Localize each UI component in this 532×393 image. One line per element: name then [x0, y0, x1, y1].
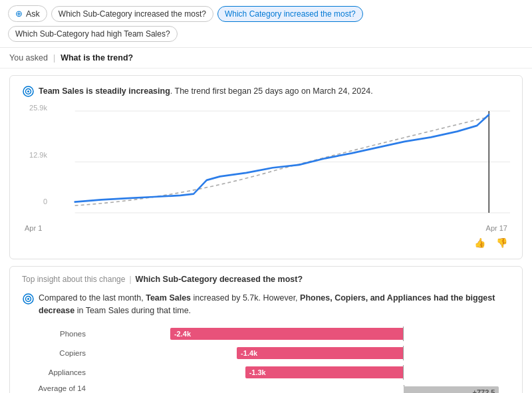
line-chart-svg — [22, 104, 510, 220]
bar-container-average: +772.5 — [91, 385, 507, 394]
x-axis-labels: Apr 1 Apr 17 — [22, 224, 510, 232]
you-asked-question: What is the trend? — [61, 53, 133, 63]
bar-label-copiers: Copiers — [25, 349, 91, 357]
bar-phones-value: -2.4k — [170, 330, 191, 338]
bar-appliances-negative: -1.3k — [245, 366, 404, 378]
bar-label-average: Average of 14 others — [25, 384, 91, 394]
target-icon-2 — [22, 293, 34, 305]
trend-metric: Team Sales — [39, 86, 84, 96]
suggestion-pill-0[interactable]: Which Sub-Category increased the most? — [51, 6, 213, 22]
you-asked-bar: You asked | What is the trend? — [0, 48, 532, 68]
thumbs-down-button[interactable]: 👎 — [493, 236, 510, 249]
subcategory-bar-chart: Phones -2.4k Cop — [25, 327, 507, 394]
bar-label-appliances: Appliances — [25, 368, 91, 376]
thumbs-up-icon: 👍 — [474, 237, 485, 248]
y-label-mid: 12.9k — [22, 151, 47, 159]
insight-section-header: Top insight about this change | Which Su… — [22, 275, 510, 284]
target-icon — [22, 85, 34, 97]
trend-text: Team Sales is steadily increasing. The t… — [39, 86, 373, 96]
x-label-end: Apr 17 — [486, 224, 507, 232]
insight-header-question: Which Sub-Category decreased the most? — [136, 275, 303, 284]
trend-card: Team Sales is steadily increasing. The t… — [9, 75, 523, 259]
desc-prefix: Compared to the last month, — [39, 293, 146, 303]
bar-row-copiers: Copiers -1.4k — [25, 346, 507, 360]
main-content: You asked | What is the trend? Team Sale… — [0, 48, 532, 393]
bar-row-appliances: Appliances -1.3k — [25, 365, 507, 380]
trend-insight-header: Team Sales is steadily increasing. The t… — [22, 85, 510, 97]
y-axis-labels: 25.9k 12.9k 0 — [22, 104, 47, 205]
bar-label-phones: Phones — [25, 330, 91, 338]
toolbar: ⊕ Ask Which Sub-Category increased the m… — [0, 0, 532, 48]
svg-point-2 — [27, 90, 29, 92]
desc-metric: Team Sales — [146, 293, 191, 303]
trend-thumb-row: 👍 👎 — [22, 236, 510, 249]
bar-copiers-negative: -1.4k — [237, 347, 403, 359]
desc-suffix: in Team Sales during that time. — [74, 306, 191, 315]
trend-verb-text: is steadily increasing — [86, 86, 170, 96]
you-asked-prefix: You asked — [9, 53, 48, 63]
sparkle-icon: ⊕ — [15, 9, 23, 19]
bar-row-phones: Phones -2.4k — [25, 327, 507, 341]
insight-desc-text: Compared to the last month, Team Sales i… — [39, 292, 510, 317]
thumbs-up-button[interactable]: 👍 — [471, 236, 488, 249]
app-container: ⊕ Ask Which Sub-Category increased the m… — [0, 0, 532, 393]
separator-1: | — [53, 53, 55, 63]
bar-average-positive: +772.5 — [404, 386, 499, 394]
ask-label: Ask — [26, 9, 40, 19]
bar-appliances-value: -1.3k — [245, 368, 266, 376]
bar-container-copiers: -1.4k — [91, 346, 507, 360]
trend-suffix: . The trend first began 25 days ago on M… — [170, 86, 373, 96]
axis-line-phones — [403, 327, 404, 341]
axis-line-appliances — [403, 365, 404, 380]
bar-container-appliances: -1.3k — [91, 365, 507, 380]
x-label-start: Apr 1 — [25, 224, 42, 232]
bar-row-average: Average of 14 others +772.5 — [25, 384, 507, 394]
desc-change: increased by 5.7k. However, — [191, 293, 300, 303]
bar-average-value: +772.5 — [473, 388, 499, 394]
bar-container-phones: -2.4k — [91, 327, 507, 341]
thumbs-down-icon: 👎 — [496, 237, 507, 248]
trend-chart: 25.9k 12.9k 0 — [22, 104, 510, 220]
desc-highlighted: Phones, Copiers, and Appliances — [300, 293, 432, 303]
y-label-top: 25.9k — [22, 104, 47, 112]
suggestion-pill-1[interactable]: Which Category increased the most? — [217, 6, 363, 22]
insight-prefix: Top insight about this change — [22, 275, 125, 284]
ask-button[interactable]: ⊕ Ask — [8, 5, 47, 22]
svg-point-9 — [27, 298, 29, 300]
bar-phones-negative: -2.4k — [170, 328, 404, 340]
separator-2: | — [129, 275, 131, 284]
insight-description: Compared to the last month, Team Sales i… — [22, 292, 510, 317]
axis-line-copiers — [403, 346, 404, 360]
subcategory-insight-card: Top insight about this change | Which Su… — [9, 266, 523, 393]
suggestion-pill-2[interactable]: Which Sub-Category had high Team Sales? — [8, 26, 178, 42]
y-label-bottom: 0 — [22, 197, 47, 205]
bar-copiers-value: -1.4k — [237, 349, 257, 357]
